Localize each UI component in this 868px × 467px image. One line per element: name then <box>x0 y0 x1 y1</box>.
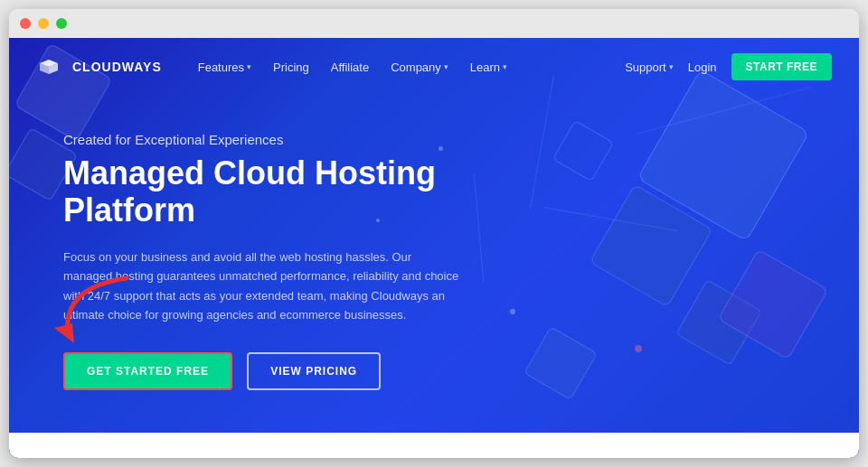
nav-item-pricing[interactable]: Pricing <box>264 55 318 79</box>
hero-title: Managed Cloud Hosting Platform <box>63 154 506 229</box>
hero-subtitle: Created for Exceptional Experiences <box>63 132 506 147</box>
nav-item-company[interactable]: Company ▾ <box>382 55 458 79</box>
hero-buttons: GET STARTED FREE VIEW PRICING <box>63 352 506 390</box>
annotation-arrow-icon <box>36 269 145 350</box>
browser-window: CLOUDWAYS Features ▾ Pricing Affiliate C… <box>9 9 859 458</box>
logo-text: CLOUDWAYS <box>72 60 162 74</box>
arrow-annotation <box>36 269 145 354</box>
hex-shape-8 <box>552 120 614 182</box>
minimize-button[interactable] <box>38 18 49 29</box>
nav-item-affiliate[interactable]: Affiliate <box>322 55 378 79</box>
logo-icon <box>36 56 65 78</box>
hero-section: Created for Exceptional Experiences Mana… <box>9 96 533 417</box>
start-free-button[interactable]: START FREE <box>731 53 832 80</box>
hex-shape-5 <box>675 279 762 366</box>
nav-item-learn[interactable]: Learn ▾ <box>461 55 516 79</box>
features-dropdown-arrow: ▾ <box>247 62 251 71</box>
nav-right: Support ▾ Login START FREE <box>625 53 832 80</box>
website-content: CLOUDWAYS Features ▾ Pricing Affiliate C… <box>9 38 859 458</box>
logo[interactable]: CLOUDWAYS <box>36 56 162 78</box>
support-dropdown-arrow: ▾ <box>669 62 674 71</box>
support-button[interactable]: Support ▾ <box>625 61 674 74</box>
close-button[interactable] <box>20 18 31 29</box>
line-decoration-2 <box>543 207 677 231</box>
get-started-button[interactable]: GET STARTED FREE <box>63 352 232 390</box>
learn-dropdown-arrow: ▾ <box>503 62 507 71</box>
dot-decoration-4 <box>635 345 642 352</box>
hex-shape-7 <box>718 249 829 360</box>
login-button[interactable]: Login <box>688 61 717 74</box>
svg-marker-0 <box>54 323 74 343</box>
hex-shape-6 <box>524 326 598 400</box>
nav-item-features[interactable]: Features ▾ <box>189 55 260 79</box>
browser-titlebar <box>9 9 859 38</box>
view-pricing-button[interactable]: VIEW PRICING <box>247 352 381 390</box>
bottom-strip <box>9 433 859 458</box>
hex-shape-4 <box>590 184 713 308</box>
navbar: CLOUDWAYS Features ▾ Pricing Affiliate C… <box>9 38 859 96</box>
maximize-button[interactable] <box>56 18 67 29</box>
nav-links: Features ▾ Pricing Affiliate Company ▾ L… <box>189 55 625 79</box>
company-dropdown-arrow: ▾ <box>444 62 448 71</box>
